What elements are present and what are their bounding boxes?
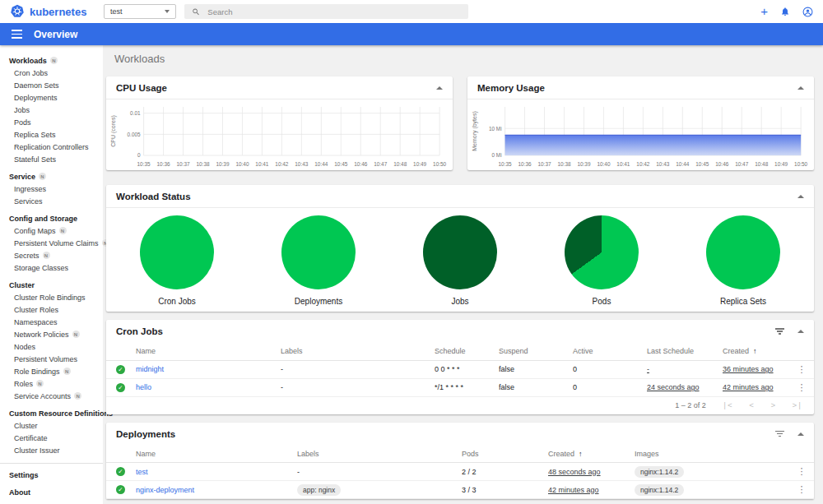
column-header-active[interactable]: Active [573, 343, 647, 360]
sidebar-group-header[interactable]: WorkloadsN [0, 54, 103, 67]
filter-button[interactable] [775, 431, 784, 437]
sort-asc-icon: ↑ [753, 347, 757, 355]
filter-button[interactable] [775, 328, 784, 335]
sidebar-item-label: Network Policies [14, 331, 69, 339]
row-menu-button[interactable]: ⋮ [794, 466, 810, 476]
sidebar-item[interactable]: Storage Classes [0, 261, 103, 274]
column-header-schedule[interactable]: Schedule [435, 343, 499, 360]
svg-text:10:40: 10:40 [235, 161, 249, 167]
sidebar-item[interactable]: Deployments [0, 91, 103, 104]
sidebar-item[interactable]: Cluster Roles [0, 303, 103, 316]
last-page-button[interactable]: >| [793, 401, 802, 410]
sidebar-item[interactable]: Daemon Sets [0, 79, 103, 91]
row-menu-button[interactable]: ⋮ [794, 484, 810, 494]
column-header-pods[interactable]: Pods [462, 446, 548, 463]
sidebar-item[interactable]: Pods [0, 116, 103, 128]
collapse-card-button[interactable] [797, 195, 804, 198]
resource-link[interactable]: nginx-deployment [136, 486, 194, 494]
deployments-card: Deployments NameLabelsPodsCreated↑Images… [106, 423, 814, 500]
sidebar-group-header[interactable]: Config and Storage [0, 212, 103, 224]
actions-column-header [789, 446, 814, 463]
first-page-button[interactable]: |< [723, 401, 732, 410]
created-cell: 42 minutes ago [723, 378, 789, 396]
sidebar-item[interactable]: Cluster Role Bindings [0, 291, 103, 303]
sidebar-item[interactable]: Services [0, 195, 103, 207]
column-header-label: Pods [462, 450, 479, 458]
svg-text:10:50: 10:50 [433, 161, 446, 167]
column-header-last-schedule[interactable]: Last Schedule [647, 343, 723, 360]
sidebar-item[interactable]: Certificate [0, 432, 103, 444]
sidebar-item[interactable]: Cluster [0, 419, 103, 432]
collapse-card-button[interactable] [436, 86, 443, 90]
sidebar-item[interactable]: About [0, 486, 103, 498]
sidebar-item[interactable]: Config MapsN [0, 224, 103, 237]
sidebar-item[interactable]: Cluster Issuer [0, 444, 103, 456]
sidebar-group-header[interactable]: Cluster [0, 279, 103, 291]
sidebar-group-header[interactable]: ServiceN [0, 170, 103, 183]
brand-name: kubernetes [30, 6, 86, 18]
resource-link[interactable]: hello [136, 383, 151, 391]
next-page-button[interactable]: > [770, 401, 775, 410]
sidebar-item-label: Cluster Role Bindings [14, 294, 86, 302]
column-header-name[interactable]: Name [136, 446, 297, 463]
sidebar-item[interactable]: Role BindingsN [0, 365, 103, 377]
collapse-card-button[interactable] [797, 330, 804, 333]
sidebar-item[interactable]: Network PoliciesN [0, 328, 103, 340]
row-menu-button[interactable]: ⋮ [794, 382, 810, 392]
sidebar-item-label: About [9, 488, 30, 497]
row-menu-button[interactable]: ⋮ [794, 364, 810, 374]
resource-link[interactable]: test [136, 468, 148, 476]
sidebar-item[interactable]: Persistent Volume ClaimsN [0, 237, 103, 249]
table-row[interactable]: ✓nginx-deploymentapp: nginx3 / 342 minut… [106, 481, 814, 499]
namespace-value: test [110, 7, 123, 16]
sidebar-item[interactable]: Persistent Volumes [0, 353, 103, 365]
column-header-labels[interactable]: Labels [281, 343, 435, 360]
table-row[interactable]: ✓midnight-0 0 * * *false0-36 minutes ago… [106, 360, 814, 378]
status-ok-icon: ✓ [116, 383, 125, 392]
svg-text:10:47: 10:47 [735, 161, 748, 167]
table-row[interactable]: ✓test-2 / 248 seconds agonginx:1.14.2⋮ [106, 463, 814, 481]
search-input[interactable] [207, 7, 461, 16]
profile-button[interactable] [802, 7, 813, 17]
notifications-button[interactable] [780, 7, 790, 16]
sidebar-item[interactable]: Stateful Sets [0, 153, 103, 165]
sidebar-item-label: Service Accounts [14, 392, 71, 400]
namespace-select[interactable]: test [104, 4, 176, 19]
sidebar-item[interactable]: Settings [0, 469, 103, 481]
menu-button[interactable] [12, 30, 22, 38]
table-row[interactable]: ✓hello-*/1 * * * *false024 seconds ago42… [106, 378, 814, 396]
column-header-name[interactable]: Name [136, 343, 281, 360]
sidebar-item[interactable]: Replication Controllers [0, 141, 103, 153]
collapse-card-button[interactable] [797, 432, 804, 436]
kubernetes-logo-link[interactable]: kubernetes [10, 4, 104, 19]
svg-text:10:46: 10:46 [354, 161, 367, 167]
sidebar-item[interactable]: Ingresses [0, 183, 103, 195]
labels-cell: app: nginx [297, 481, 462, 499]
previous-page-button[interactable]: < [749, 401, 754, 410]
status-column-header [106, 343, 136, 360]
sidebar-group-label: Workloads [9, 57, 47, 65]
resource-link[interactable]: midnight [136, 365, 164, 373]
new-badge: N [39, 173, 46, 180]
sidebar-item[interactable]: Replica Sets [0, 128, 103, 141]
sidebar-item-label: Stateful Sets [14, 155, 56, 164]
sidebar-item[interactable]: SecretsN [0, 249, 103, 261]
search-bar[interactable] [184, 4, 468, 19]
sidebar-item[interactable]: Jobs [0, 104, 103, 116]
create-resource-button[interactable]: + [760, 7, 768, 16]
column-header-suspend[interactable]: Suspend [499, 343, 573, 360]
sidebar-item[interactable]: Cron Jobs [0, 67, 103, 79]
sidebar-item[interactable]: RolesN [0, 377, 103, 390]
column-header-created[interactable]: Created↑ [723, 343, 789, 360]
sidebar-item[interactable]: Service AccountsN [0, 390, 103, 402]
column-header-created[interactable]: Created↑ [548, 446, 635, 463]
column-header-labels[interactable]: Labels [297, 446, 462, 463]
actions-cell: ⋮ [789, 360, 814, 378]
collapse-card-button[interactable] [797, 86, 804, 90]
column-header-images[interactable]: Images [635, 446, 789, 463]
svg-text:10:36: 10:36 [157, 161, 170, 167]
sidebar-item[interactable]: Nodes [0, 340, 103, 353]
sidebar-item[interactable]: Namespaces [0, 316, 103, 328]
sidebar-group-header[interactable]: Custom Resource Definitions [0, 407, 103, 419]
sidebar-item-label: Storage Classes [14, 264, 68, 272]
